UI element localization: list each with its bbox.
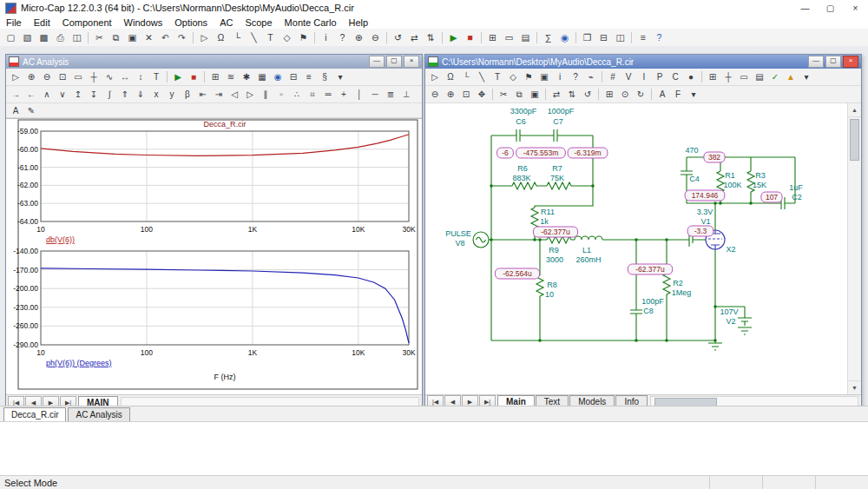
menu-scope[interactable]: Scope — [239, 17, 278, 28]
conditions-icon[interactable]: C — [668, 70, 682, 83]
help-mode-icon[interactable]: ? — [335, 30, 350, 44]
info-mode-icon[interactable]: i — [319, 30, 333, 44]
watch-icon[interactable]: ◉ — [557, 30, 572, 44]
mirror-vertical-icon[interactable]: ⇅ — [565, 88, 579, 101]
schematic-maximize-button[interactable]: ▢ — [825, 56, 841, 68]
tile-vertical-icon[interactable]: ◫ — [613, 30, 628, 44]
rotate-icon[interactable]: ↺ — [581, 88, 595, 101]
text-mode-icon[interactable]: T — [263, 30, 278, 44]
app-titlebar[interactable]: Micro-Cap 12.2.0.3 (64 bit) - C:\Users\N… — [0, 0, 868, 17]
valley-icon[interactable]: ∨ — [56, 88, 69, 101]
optimize-icon[interactable]: ✱ — [240, 70, 253, 83]
flag-mode-icon[interactable]: ⚑ — [296, 30, 311, 44]
component-label[interactable]: 100K — [723, 181, 741, 189]
component-label[interactable]: 3.3V — [697, 208, 713, 216]
component-label[interactable]: R7 — [552, 164, 562, 173]
undo-icon[interactable]: ↶ — [158, 30, 173, 44]
info-icon[interactable]: i — [553, 70, 567, 83]
repeat-find-icon[interactable]: ↻ — [634, 88, 648, 101]
graph-properties-icon[interactable]: A — [9, 104, 23, 117]
horizontal-axis-grids-icon[interactable]: │ — [352, 88, 366, 101]
component-label[interactable]: 107V — [720, 307, 738, 316]
graphics-icon[interactable]: ◇ — [506, 70, 520, 83]
zoom-in-icon[interactable]: ⊕ — [352, 30, 366, 44]
grid-icon[interactable]: ⊞ — [485, 30, 500, 44]
component-label[interactable]: 260mH — [575, 255, 601, 264]
menu-ac[interactable]: AC — [214, 17, 239, 28]
grid-icon[interactable]: ⊞ — [706, 70, 720, 83]
cut-icon[interactable]: ✂ — [92, 30, 107, 44]
next-data-point-icon[interactable]: → — [9, 88, 23, 101]
rotate-icon[interactable]: ↺ — [391, 30, 405, 44]
design-warnings-icon[interactable]: ▲ — [784, 70, 798, 83]
align-cursors-icon[interactable]: ∥ — [259, 88, 273, 101]
tokens-icon[interactable]: ⌗ — [306, 88, 319, 101]
component-label[interactable]: 15K — [753, 181, 766, 189]
component-label[interactable]: R8 — [547, 281, 557, 289]
vertical-axis-grids-icon[interactable]: ─ — [368, 88, 382, 101]
delete-icon[interactable]: ✕ — [141, 30, 156, 44]
thumbnail-icon[interactable]: ▫ — [274, 88, 288, 101]
schematic-titlebar[interactable]: C:\Users\Normann\Desktop\MyAudio\Decca_R… — [425, 55, 861, 69]
component-label[interactable]: 10 — [545, 290, 554, 299]
go-to-branch-icon[interactable]: β — [181, 88, 194, 101]
paste-icon[interactable]: ▣ — [528, 88, 542, 101]
output-area[interactable] — [0, 421, 868, 476]
component-label[interactable]: R11 — [541, 208, 555, 216]
minor-log-grids-icon[interactable]: ≣ — [384, 88, 398, 101]
run-analysis-icon[interactable]: ▶ — [446, 30, 461, 44]
global-low-icon[interactable]: ⇓ — [134, 88, 148, 101]
slider-icon[interactable]: ⊟ — [286, 70, 300, 83]
print-icon[interactable]: ⎙ — [53, 30, 68, 44]
schematic-vertical-scrollbar[interactable]: ▲ ▼ — [847, 103, 861, 394]
ac-analysis-titlebar[interactable]: AC Analysis — ▢ × — [6, 55, 422, 69]
dropdown-icon[interactable]: ▾ — [333, 70, 347, 83]
menu-file[interactable]: File — [0, 17, 28, 28]
ruler-icon[interactable]: ═ — [321, 88, 335, 101]
plot-area[interactable]: 101001K10K30K-59.00-60.00-61.00-62.00-63… — [6, 118, 422, 394]
component-label[interactable]: R1 — [725, 171, 735, 180]
component-label[interactable]: 470 — [685, 146, 698, 155]
cross-hair-icon[interactable]: ┼ — [721, 70, 735, 83]
tag-right-icon[interactable]: ▷ — [243, 88, 257, 101]
font-icon[interactable]: F — [671, 88, 685, 101]
copy-icon[interactable]: ⧉ — [512, 88, 526, 101]
component-label[interactable]: 3300pF — [510, 107, 537, 116]
plus-mark-icon[interactable]: + — [337, 88, 351, 101]
edit-annotation-icon[interactable]: ✎ — [24, 104, 38, 117]
wire-icon[interactable]: └ — [459, 70, 473, 83]
picture-icon[interactable]: ▣ — [537, 70, 551, 83]
ac-analysis-maximize-button[interactable]: ▢ — [386, 56, 402, 68]
horizontal-tag-icon[interactable]: ↔ — [118, 70, 132, 83]
cursor-right-icon[interactable]: ⇥ — [212, 88, 226, 101]
component-label[interactable]: R2 — [673, 279, 683, 287]
global-high-icon[interactable]: ⇑ — [118, 88, 132, 101]
cut-icon[interactable]: ✂ — [496, 88, 510, 101]
go-to-x-icon[interactable]: x — [149, 88, 163, 101]
component-label[interactable]: C2 — [792, 193, 802, 202]
mirror-x-icon[interactable]: ⇄ — [407, 30, 422, 44]
border-icon[interactable]: ▭ — [502, 30, 516, 44]
app-minimize-button[interactable]: — — [792, 0, 818, 16]
step-box-icon[interactable]: ⊞ — [602, 88, 616, 101]
component-label[interactable]: 1000pF — [548, 107, 575, 116]
document-tab-decca-r-cir[interactable]: Decca_R.cir — [3, 407, 66, 422]
ac-analysis-minimize-button[interactable]: — — [369, 56, 385, 68]
title-block-icon[interactable]: ▤ — [518, 30, 533, 44]
trace-label[interactable]: db(V(6)) — [46, 235, 75, 244]
mirror-y-icon[interactable]: ⇅ — [424, 30, 438, 44]
diagonal-wire-icon[interactable]: ╲ — [475, 70, 489, 83]
graphics-mode-icon[interactable]: ◇ — [279, 30, 294, 44]
schematic-drawing[interactable]: 3300pF1000pFC6C7R6883KR775KR111kPULSEV8R… — [425, 103, 846, 394]
inflection-icon[interactable]: ∫ — [102, 88, 116, 101]
zoom-in-icon[interactable]: ⊕ — [24, 70, 38, 83]
zoom-box-icon[interactable]: ⊡ — [56, 70, 69, 83]
tag-left-icon[interactable]: ◁ — [227, 88, 241, 101]
help-icon[interactable]: ? — [569, 70, 582, 83]
design-checker-icon[interactable]: ✓ — [768, 70, 782, 83]
find-icon[interactable]: ⊙ — [618, 88, 632, 101]
paste-icon[interactable]: ▣ — [125, 30, 140, 44]
select-icon[interactable]: ▷ — [428, 70, 442, 83]
vertical-tag-icon[interactable]: ↕ — [134, 70, 148, 83]
zoom-box-icon[interactable]: ⊡ — [459, 88, 473, 101]
